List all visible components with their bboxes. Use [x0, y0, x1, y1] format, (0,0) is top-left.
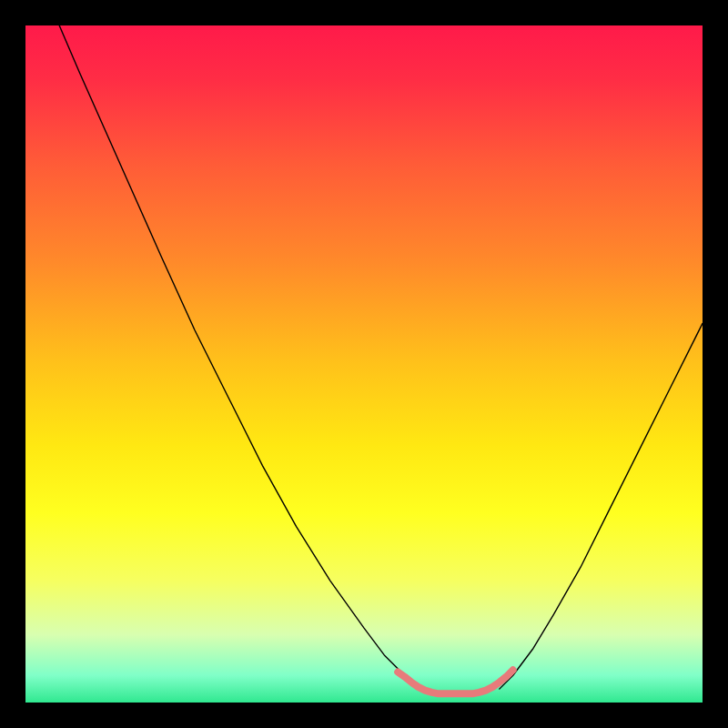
chart-background: [25, 25, 703, 703]
chart-svg: [25, 25, 703, 703]
watermark-text: TheBottleneck.com: [539, 4, 710, 27]
chart-plot-area: [25, 25, 703, 703]
